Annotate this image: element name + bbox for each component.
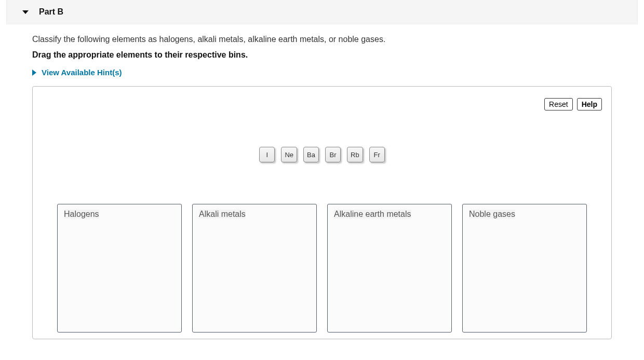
element-tile-I[interactable]: I (259, 147, 275, 162)
workspace-toolbar: Reset Help (42, 98, 602, 110)
bin-noble-gases[interactable]: Noble gases (462, 204, 587, 333)
caret-down-icon (22, 10, 29, 14)
hints-toggle[interactable]: View Available Hint(s) (32, 68, 612, 77)
bin-halogens[interactable]: Halogens (57, 204, 182, 333)
workspace-panel: Reset Help I Ne Ba Br Rb Fr Halogens Alk… (32, 86, 612, 339)
element-tile-Br[interactable]: Br (325, 147, 341, 162)
bin-label: Alkaline earth metals (334, 210, 411, 218)
reset-button[interactable]: Reset (544, 98, 573, 110)
bins-container: Halogens Alkali metals Alkaline earth me… (42, 204, 602, 333)
caret-right-icon (32, 70, 36, 76)
bin-label: Noble gases (469, 210, 515, 218)
element-tile-Rb[interactable]: Rb (347, 147, 363, 162)
bin-label: Alkali metals (199, 210, 246, 218)
help-button[interactable]: Help (577, 98, 602, 110)
bin-alkali-metals[interactable]: Alkali metals (192, 204, 317, 333)
bin-alkaline-earth-metals[interactable]: Alkaline earth metals (327, 204, 452, 333)
part-title: Part B (39, 7, 63, 17)
instruction-text: Classify the following elements as halog… (32, 35, 612, 44)
drag-instruction-text: Drag the appropriate elements to their r… (32, 50, 612, 60)
element-pool: I Ne Ba Br Rb Fr (42, 147, 602, 162)
element-tile-Ne[interactable]: Ne (281, 147, 297, 162)
element-tile-Fr[interactable]: Fr (369, 147, 385, 162)
element-tile-Ba[interactable]: Ba (303, 147, 319, 162)
part-header[interactable]: Part B (6, 0, 638, 24)
bin-label: Halogens (64, 210, 99, 218)
hints-toggle-label: View Available Hint(s) (42, 68, 122, 77)
